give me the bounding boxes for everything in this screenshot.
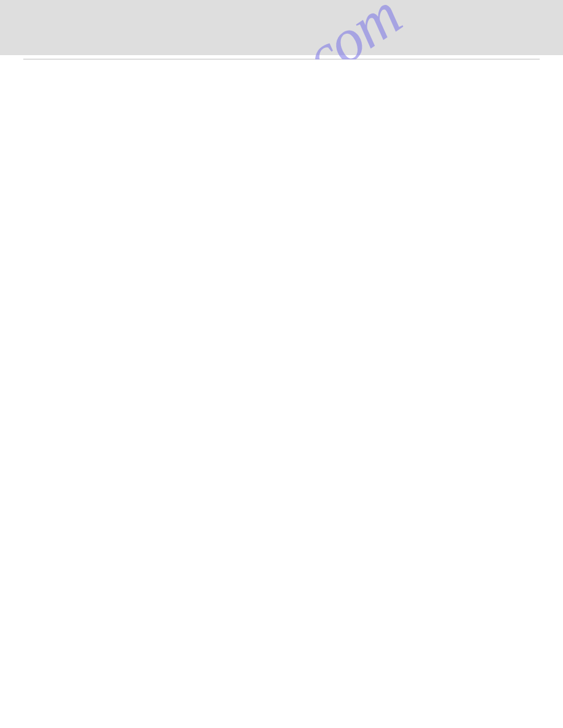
- header-band: [0, 0, 563, 55]
- horizontal-rule: [23, 59, 540, 59]
